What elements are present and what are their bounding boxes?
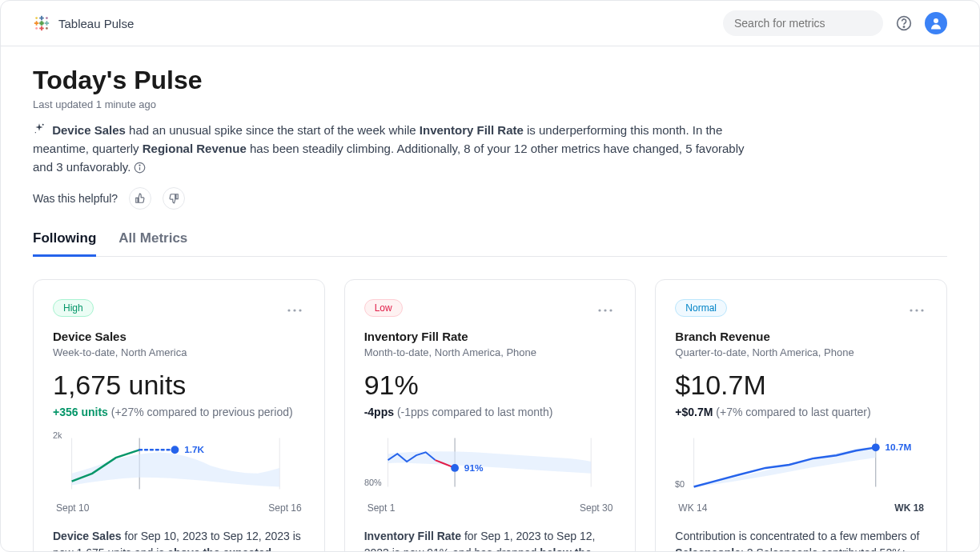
thumbs-up-icon: [135, 193, 146, 204]
header: Tableau Pulse: [1, 1, 979, 46]
sparkle-icon: [33, 122, 46, 141]
svg-point-48: [872, 444, 880, 452]
svg-point-11: [46, 17, 48, 19]
svg-point-44: [921, 310, 923, 312]
thumbs-up-button[interactable]: [129, 187, 151, 210]
summary: Device Sales had an unusual spike since …: [33, 122, 753, 176]
metric-name: Inventory Fill Rate: [364, 330, 617, 343]
card-description: Contribution is concentrated to a few me…: [675, 528, 927, 552]
svg-text:$0: $0: [675, 479, 685, 489]
svg-rect-5: [36, 21, 38, 26]
metric-scope: Week-to-date, North America: [53, 346, 305, 358]
x-axis-labels: Sept 1 Sept 30: [364, 502, 617, 514]
helpful-row: Was this helpful?: [33, 187, 947, 210]
metric-value: $10.7M: [675, 370, 927, 401]
status-badge: High: [53, 299, 94, 317]
sparkline-chart: $0 10.7M: [675, 430, 927, 498]
x-axis-labels: WK 14 WK 18: [675, 502, 927, 514]
search-input[interactable]: [734, 17, 874, 30]
card-description: Inventory Fill Rate for Sep 1, 2023 to S…: [364, 528, 617, 552]
svg-point-19: [42, 123, 44, 125]
metric-card-inventory-fill-rate[interactable]: Low Inventory Fill Rate Month-to-date, N…: [344, 279, 637, 552]
last-updated: Last updated 1 minute ago: [33, 98, 947, 110]
metric-delta: -4pps (-1pps compared to last month): [364, 406, 617, 418]
summary-metric-2: Inventory Fill Rate: [420, 123, 524, 137]
metric-value: 1,675 units: [53, 370, 305, 401]
metric-name: Branch Revenue: [675, 330, 927, 343]
brand-name: Tableau Pulse: [58, 17, 134, 30]
metric-name: Device Sales: [53, 330, 305, 343]
summary-metric-3: Regional Revenue: [143, 142, 247, 155]
more-button[interactable]: [284, 298, 305, 318]
tableau-logo-icon: [33, 14, 50, 32]
x-axis-labels: Sept 10 Sept 16: [53, 502, 305, 514]
metric-delta: +$0.7M (+7% compared to last quarter): [675, 406, 927, 418]
info-icon[interactable]: [134, 162, 146, 174]
more-button[interactable]: [595, 298, 616, 318]
card-description: Device Sales for Sep 10, 2023 to Sep 12,…: [53, 528, 305, 552]
svg-point-23: [139, 166, 140, 166]
ellipsis-icon: [910, 309, 924, 312]
svg-point-24: [287, 310, 290, 312]
help-icon[interactable]: [896, 15, 912, 31]
metric-card-device-sales[interactable]: High Device Sales Week-to-date, North Am…: [33, 279, 325, 552]
brand: Tableau Pulse: [33, 14, 134, 32]
ellipsis-icon: [598, 309, 612, 312]
metric-scope: Quarter-to-date, North America, Phone: [675, 346, 927, 358]
status-badge: Low: [364, 299, 403, 317]
sparkline-chart: 80% 91%: [364, 430, 617, 498]
avatar[interactable]: [925, 12, 947, 34]
svg-point-35: [610, 310, 612, 312]
metric-delta: +356 units (+27% compared to previous pe…: [53, 406, 305, 418]
svg-point-17: [903, 26, 904, 27]
tab-all-metrics[interactable]: All Metrics: [118, 224, 187, 256]
svg-point-18: [934, 18, 938, 23]
svg-text:80%: 80%: [364, 478, 382, 487]
metric-value: 91%: [364, 370, 617, 401]
svg-point-34: [604, 310, 607, 312]
svg-point-42: [910, 310, 912, 312]
helpful-label: Was this helpful?: [33, 192, 118, 205]
svg-point-13: [46, 27, 48, 30]
svg-point-31: [171, 446, 179, 454]
thumbs-down-icon: [168, 193, 179, 204]
metric-scope: Month-to-date, North America, Phone: [364, 346, 617, 358]
svg-text:2k: 2k: [53, 430, 62, 440]
svg-rect-3: [39, 28, 44, 30]
summary-metric-1: Device Sales: [52, 123, 126, 137]
svg-point-12: [35, 27, 38, 30]
metric-card-branch-revenue[interactable]: Normal Branch Revenue Quarter-to-date, N…: [655, 279, 947, 552]
search-input-wrapper[interactable]: [723, 10, 883, 36]
ellipsis-icon: [287, 309, 302, 312]
tab-following[interactable]: Following: [33, 224, 96, 256]
svg-point-20: [35, 132, 36, 133]
thumbs-down-button[interactable]: [163, 187, 185, 210]
svg-rect-9: [39, 22, 44, 25]
user-icon: [929, 16, 943, 30]
svg-text:10.7M: 10.7M: [886, 442, 912, 454]
main: Today's Pulse Last updated 1 minute ago …: [1, 46, 979, 552]
svg-text:91%: 91%: [464, 462, 484, 474]
svg-point-40: [451, 464, 459, 472]
status-badge: Normal: [675, 299, 727, 317]
svg-rect-7: [46, 21, 48, 26]
header-right: [723, 10, 947, 36]
more-button[interactable]: [906, 298, 927, 318]
page-title: Today's Pulse: [33, 66, 947, 95]
svg-point-33: [599, 310, 601, 312]
svg-point-25: [293, 310, 295, 312]
tabs: Following All Metrics: [33, 224, 947, 257]
svg-point-43: [915, 310, 918, 312]
svg-point-26: [299, 310, 301, 312]
svg-rect-1: [39, 18, 44, 19]
svg-point-10: [35, 17, 38, 19]
sparkline-chart: 2k 1.7K: [53, 430, 305, 498]
cards: High Device Sales Week-to-date, North Am…: [33, 279, 947, 552]
svg-text:1.7K: 1.7K: [184, 445, 204, 456]
